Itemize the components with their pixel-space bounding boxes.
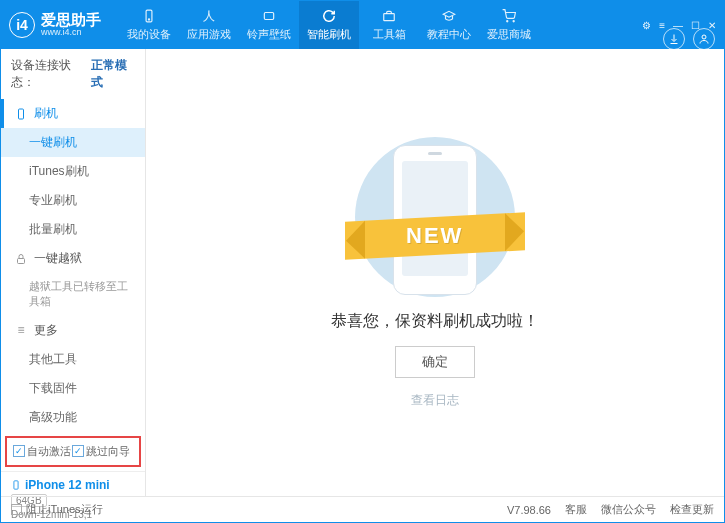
main-content: NEW 恭喜您，保资料刷机成功啦！ 确定 查看日志 <box>146 49 724 496</box>
sidebar-section-more[interactable]: ≡ 更多 <box>1 316 145 345</box>
download-button[interactable] <box>663 28 685 50</box>
svg-point-5 <box>513 21 514 22</box>
lock-icon <box>14 253 28 265</box>
titlebar: i4 爱思助手 www.i4.cn 我的设备 人 应用游戏 铃声壁纸 智能刷机 <box>1 1 724 49</box>
nav-app-games[interactable]: 人 应用游戏 <box>179 1 239 49</box>
nav-ringtone-wallpaper[interactable]: 铃声壁纸 <box>239 1 299 49</box>
svg-rect-7 <box>19 109 24 119</box>
sidebar-item-advanced[interactable]: 高级功能 <box>1 403 145 432</box>
graduation-icon <box>441 8 457 24</box>
statusbar: 阻止iTunes运行 V7.98.66 客服 微信公众号 检查更新 <box>1 496 724 522</box>
list-icon: ≡ <box>14 323 28 337</box>
checkmark-icon: ✓ <box>13 445 25 457</box>
app-url: www.i4.cn <box>41 28 101 38</box>
confirm-button[interactable]: 确定 <box>395 346 475 378</box>
sidebar-item-batch-flash[interactable]: 批量刷机 <box>1 215 145 244</box>
sidebar-item-other-tools[interactable]: 其他工具 <box>1 345 145 374</box>
music-icon <box>261 8 277 24</box>
logo-icon: i4 <box>9 12 35 38</box>
svg-point-6 <box>702 35 706 39</box>
phone-outline-icon <box>14 108 28 120</box>
main-nav: 我的设备 人 应用游戏 铃声壁纸 智能刷机 工具箱 教程中心 <box>119 1 636 49</box>
option-highlight-box: ✓ 自动激活 ✓ 跳过向导 <box>5 436 141 467</box>
refresh-icon <box>321 8 337 24</box>
checkbox-auto-activate[interactable]: ✓ 自动激活 <box>13 444 71 459</box>
jailbreak-note: 越狱工具已转移至工具箱 <box>1 273 145 316</box>
app-title: 爱思助手 <box>41 12 101 29</box>
sidebar-item-oneclick-flash[interactable]: 一键刷机 <box>1 128 145 157</box>
sidebar: 设备连接状态： 正常模式 刷机 一键刷机 iTunes刷机 专业刷机 批量刷机 <box>1 49 146 496</box>
view-log-link[interactable]: 查看日志 <box>411 392 459 409</box>
sidebar-item-pro-flash[interactable]: 专业刷机 <box>1 186 145 215</box>
svg-rect-2 <box>264 13 273 20</box>
sidebar-section-jailbreak[interactable]: 一键越狱 <box>1 244 145 273</box>
success-message: 恭喜您，保资料刷机成功啦！ <box>331 311 539 332</box>
success-illustration: NEW <box>345 137 525 297</box>
app-logo: i4 爱思助手 www.i4.cn <box>9 12 101 38</box>
phone-icon <box>141 8 157 24</box>
checkmark-icon: ✓ <box>72 445 84 457</box>
connection-status-value: 正常模式 <box>91 57 135 91</box>
device-name: iPhone 12 mini <box>11 478 135 492</box>
svg-rect-9 <box>14 481 18 489</box>
apps-icon: 人 <box>201 8 217 24</box>
settings-icon[interactable]: ⚙ <box>642 20 651 31</box>
sidebar-section-flash[interactable]: 刷机 <box>1 99 145 128</box>
sidebar-item-download-firmware[interactable]: 下载固件 <box>1 374 145 403</box>
version-label: V7.98.66 <box>507 504 551 516</box>
device-icon <box>11 478 21 492</box>
nav-store[interactable]: 爱思商城 <box>479 1 539 49</box>
svg-point-1 <box>148 19 149 20</box>
cart-icon <box>501 8 517 24</box>
footer-update[interactable]: 检查更新 <box>670 502 714 517</box>
svg-rect-8 <box>18 258 25 263</box>
footer-support[interactable]: 客服 <box>565 502 587 517</box>
new-badge: NEW <box>406 223 463 249</box>
nav-smart-flash[interactable]: 智能刷机 <box>299 1 359 49</box>
sidebar-item-itunes-flash[interactable]: iTunes刷机 <box>1 157 145 186</box>
footer-wechat[interactable]: 微信公众号 <box>601 502 656 517</box>
user-button[interactable] <box>693 28 715 50</box>
checkbox-block-itunes[interactable]: 阻止iTunes运行 <box>11 502 103 517</box>
toolbox-icon <box>381 8 397 24</box>
nav-tutorial[interactable]: 教程中心 <box>419 1 479 49</box>
connection-status: 设备连接状态： 正常模式 <box>1 49 145 99</box>
checkbox-skip-wizard[interactable]: ✓ 跳过向导 <box>72 444 130 459</box>
svg-point-4 <box>507 21 508 22</box>
nav-toolbox[interactable]: 工具箱 <box>359 1 419 49</box>
svg-rect-3 <box>384 14 395 21</box>
app-window: i4 爱思助手 www.i4.cn 我的设备 人 应用游戏 铃声壁纸 智能刷机 <box>0 0 725 523</box>
nav-my-device[interactable]: 我的设备 <box>119 1 179 49</box>
